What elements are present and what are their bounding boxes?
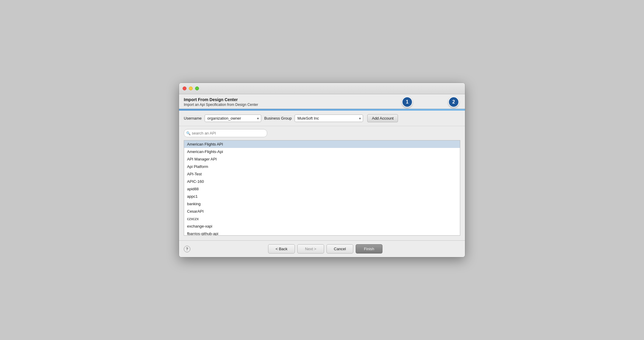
- footer: ? < Back Next > Cancel Finish: [179, 240, 465, 257]
- list-item[interactable]: appc1: [184, 193, 460, 200]
- business-group-label: Business Group: [264, 116, 292, 120]
- username-select[interactable]: organization_owner: [205, 115, 261, 122]
- step-1-badge: 1: [402, 97, 413, 107]
- add-account-button[interactable]: Add Account: [367, 114, 398, 122]
- traffic-lights: [183, 86, 199, 90]
- search-icon: 🔍: [186, 131, 191, 135]
- list-item[interactable]: exchange-xapi: [184, 222, 460, 230]
- header-section: Import From Design Center Import an Api …: [179, 94, 465, 111]
- list-item[interactable]: fbarrios-github-api: [184, 230, 460, 236]
- list-item[interactable]: banking: [184, 200, 460, 208]
- list-item[interactable]: American-Flights-Api: [184, 148, 460, 155]
- list-item[interactable]: Api Platform: [184, 163, 460, 170]
- list-item[interactable]: czxczx: [184, 215, 460, 222]
- maximize-button[interactable]: [195, 86, 199, 90]
- next-button[interactable]: Next >: [297, 244, 324, 254]
- main-window: Import From Design Center Import an Api …: [179, 83, 465, 257]
- back-button[interactable]: < Back: [268, 244, 295, 254]
- username-select-wrapper: organization_owner ▼: [205, 115, 261, 122]
- minimize-button[interactable]: [189, 86, 193, 90]
- controls-row: Username organization_owner ▼ Business G…: [179, 111, 465, 126]
- list-item[interactable]: APIC-160: [184, 178, 460, 185]
- search-input[interactable]: [184, 129, 267, 137]
- step-indicators: 1 2: [402, 97, 459, 107]
- search-input-wrapper: 🔍: [184, 129, 267, 137]
- list-item[interactable]: API Manager API: [184, 155, 460, 163]
- close-button[interactable]: [183, 86, 186, 90]
- list-item[interactable]: API-Test: [184, 170, 460, 178]
- footer-buttons: < Back Next > Cancel Finish: [268, 244, 382, 254]
- help-button[interactable]: ?: [184, 246, 190, 252]
- cancel-button[interactable]: Cancel: [326, 244, 353, 254]
- username-label: Username: [184, 116, 202, 120]
- list-item[interactable]: apid88: [184, 185, 460, 193]
- list-item[interactable]: CesarAPI: [184, 208, 460, 215]
- titlebar: [179, 83, 465, 94]
- finish-button[interactable]: Finish: [356, 244, 382, 254]
- business-group-select[interactable]: MuleSoft Inc: [295, 115, 363, 122]
- api-list-container[interactable]: American Flights APIAmerican-Flights-Api…: [184, 140, 460, 236]
- step-2-badge: 2: [448, 97, 459, 107]
- business-group-select-wrapper: MuleSoft Inc ▼: [295, 115, 363, 122]
- search-area: 🔍: [179, 126, 465, 140]
- list-item[interactable]: American Flights API: [184, 140, 460, 148]
